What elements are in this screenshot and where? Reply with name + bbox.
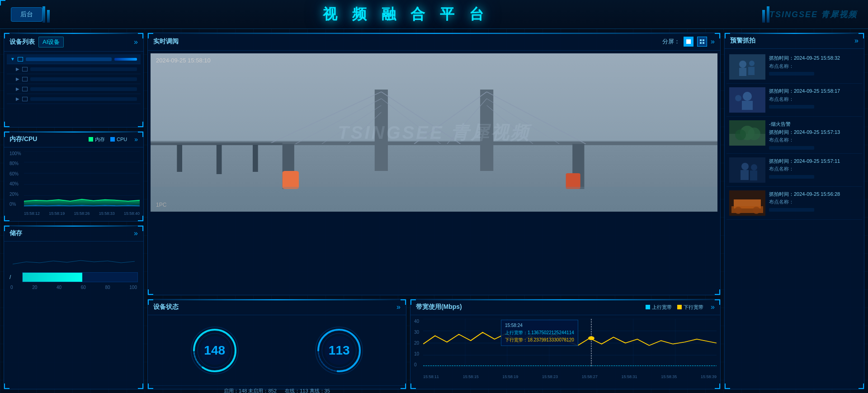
bx-8: 15:58:39 (701, 374, 717, 379)
tooltip-time: 15:58:24 (505, 322, 574, 329)
storage-title: 储存 (9, 229, 22, 237)
video-container[interactable]: 2024-09-25 15:58:10 (151, 53, 717, 212)
bx-6: 15:58:31 (622, 374, 637, 379)
ylabel-0: 0% (9, 202, 21, 207)
memory-legend-label: 内存 (95, 136, 105, 143)
device-list-title: 设备列表 (9, 38, 35, 46)
alert-name-label-3: 布点名称： (769, 136, 859, 144)
header-logo: TSINGSEE 青犀视频 (769, 9, 857, 20)
bx-1: 15:58:11 (423, 374, 439, 379)
bandwidth-legend: 上行宽带 下行宽带 (646, 304, 703, 311)
upload-legend-label: 上行宽带 (652, 304, 672, 311)
alert-thumb-4 (729, 157, 765, 183)
svg-rect-62 (739, 68, 746, 76)
bw-y-40: 40 (414, 319, 419, 324)
alert-item[interactable]: 抓拍时间：2024-09-25 15:58:17 布点名称： (726, 84, 862, 117)
bw-y-0: 0 (414, 362, 419, 367)
alert-thumb-5 (729, 190, 765, 216)
sx-60: 60 (81, 285, 86, 290)
xlabel-5: 15:58:40 (124, 211, 140, 216)
ylabel-100: 100% (9, 151, 21, 156)
device-status-expand[interactable]: » (396, 303, 401, 311)
svg-rect-77 (750, 170, 757, 180)
alert-info-2: 抓拍时间：2024-09-25 15:58:17 布点名称： (769, 87, 859, 109)
svg-rect-63 (748, 67, 755, 75)
sx-20: 20 (32, 285, 37, 290)
alert-info-3: -烟火告警 抓拍时间：2024-09-25 15:57:13 布点名称： (769, 120, 859, 150)
device-icon (22, 87, 28, 91)
bw-y-axis: 40 30 20 10 0 (414, 319, 419, 367)
memory-color-dot (89, 137, 93, 142)
cpu-x-axis: 15:58:12 15:58:19 15:58:26 15:58:33 15:5… (24, 211, 140, 216)
svg-point-82 (753, 207, 760, 214)
list-item[interactable]: ▶ (7, 64, 141, 74)
ylabel-80: 80% (9, 161, 21, 166)
storage-panel: 储存 » / 0 20 (4, 225, 144, 389)
list-item[interactable]: ▶ (7, 74, 141, 84)
bw-y-30: 30 (414, 330, 419, 335)
alert-item[interactable]: 抓拍时间：2024-09-25 15:56:28 布点名称： (726, 187, 862, 220)
alert-item[interactable]: 抓拍时间：2024-09-25 15:58:32 布点名称： (726, 51, 862, 84)
storage-expand[interactable]: » (134, 229, 138, 237)
video-panel-header: 实时调阅 分屏： (148, 33, 720, 51)
storage-header: 储存 » (4, 226, 143, 241)
bandwidth-header: 带宽使用(Mbps) 上行宽带 下行宽带 » (410, 299, 720, 315)
bx-5: 15:58:27 (582, 374, 598, 379)
device-icon (22, 67, 28, 71)
header: 后台 视 频 融 合 平 台 TSINGSEE 青犀视频 (0, 0, 868, 29)
device-item-label (30, 97, 137, 101)
list-item[interactable]: ▶ (7, 94, 141, 104)
right-panel: 预警抓拍 » (724, 33, 864, 389)
alert-name-5 (769, 208, 814, 212)
bandwidth-expand[interactable]: » (711, 303, 715, 311)
alert-name-4 (769, 175, 814, 179)
cpu-panel-header: 内存/CPU 内存 CPU » (4, 132, 143, 147)
device-list-expand[interactable]: » (134, 38, 138, 46)
alert-panel: 预警抓拍 » (724, 33, 864, 389)
device-status-body: 148 113 (148, 315, 406, 385)
svg-rect-8 (686, 39, 691, 44)
cpu-expand[interactable]: » (134, 136, 138, 143)
bx-3: 15:58:19 (502, 374, 518, 379)
expand-icon: ▶ (16, 76, 19, 81)
alert-info-4: 抓拍时间：2024-09-25 15:57:11 布点名称： (769, 157, 859, 179)
alert-item[interactable]: 抓拍时间：2024-09-25 15:57:11 布点名称： (726, 154, 862, 187)
sx-0: 0 (10, 285, 13, 290)
alert-expand[interactable]: » (854, 37, 859, 45)
video-timestamp: 2024-09-25 15:58:10 (156, 57, 211, 64)
split-2x2-button[interactable] (697, 37, 707, 47)
alert-time-4: 抓拍时间：2024-09-25 15:57:11 (769, 157, 859, 166)
bx-4: 15:58:23 (542, 374, 558, 379)
sx-40: 40 (57, 285, 61, 290)
storage-drive-label: / (9, 274, 19, 280)
svg-point-81 (735, 207, 742, 214)
svg-point-61 (749, 61, 755, 66)
expand-icon: ▶ (16, 96, 19, 101)
alert-name-1 (769, 72, 814, 76)
alert-thumb-svg-1 (729, 54, 765, 80)
back-button[interactable]: 后台 (11, 7, 42, 22)
upload-legend: 上行宽带 (646, 304, 672, 311)
xlabel-4: 15:58:33 (99, 211, 115, 216)
split-2x2-icon (699, 39, 705, 44)
sx-100: 100 (129, 285, 137, 290)
video-expand[interactable]: » (711, 38, 715, 46)
xlabel-3: 15:58:26 (74, 211, 90, 216)
alert-info-5: 抓拍时间：2024-09-25 15:56:28 布点名称： (769, 190, 859, 212)
alert-time-2: 抓拍时间：2024-09-25 15:58:17 (769, 87, 859, 95)
video-title: 实时调阅 (153, 38, 179, 46)
list-item[interactable]: ▼ (7, 54, 141, 64)
svg-point-72 (748, 128, 760, 140)
split-1x1-button[interactable] (684, 37, 693, 47)
list-item[interactable]: ▶ (7, 84, 141, 94)
ai-device-tab[interactable]: AI设备 (38, 37, 64, 47)
alert-list: 抓拍时间：2024-09-25 15:58:32 布点名称： (725, 49, 864, 222)
alert-item[interactable]: -烟火告警 抓拍时间：2024-09-25 15:57:13 布点名称： (726, 117, 862, 154)
video-placeholder: 2024-09-25 15:58:10 (151, 53, 717, 212)
svg-point-65 (743, 92, 752, 101)
svg-rect-59 (729, 54, 765, 80)
device-list-panel: 设备列表 AI设备 » ▼ ▶ ▶ (4, 33, 144, 128)
device-icon (22, 77, 28, 81)
storage-x-axis: 0 20 40 60 80 100 (9, 285, 138, 290)
cpu-color-dot (110, 137, 115, 142)
